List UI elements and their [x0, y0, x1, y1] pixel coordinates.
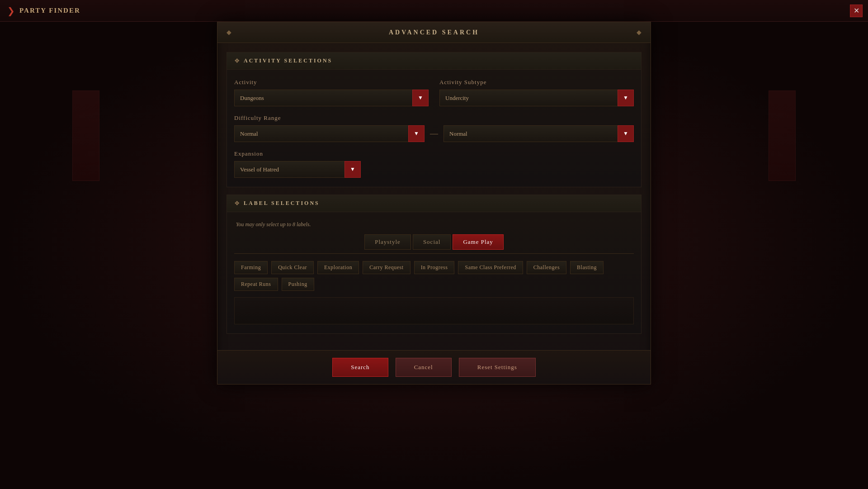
- side-decoration-left: [72, 90, 99, 181]
- difficulty-to-select[interactable]: Normal: [443, 125, 634, 142]
- expansion-select[interactable]: Vessel of Hatred: [234, 161, 361, 178]
- tab-playstyle[interactable]: Playstyle: [364, 234, 411, 250]
- tag-exploration[interactable]: Exploration: [317, 261, 359, 274]
- difficulty-from-select[interactable]: Normal: [234, 125, 425, 142]
- tag-carry-request[interactable]: Carry Request: [363, 261, 410, 274]
- activity-section-title: ACTIVITY SELECTIONS: [244, 57, 332, 64]
- subtype-label: Activity Subtype: [439, 79, 634, 86]
- title-bar-text: PARTY FINDER: [19, 7, 80, 14]
- activity-section-icon: ❖: [234, 57, 240, 65]
- tag-same-class-preferred[interactable]: Same Class Preferred: [458, 261, 523, 274]
- tag-farming[interactable]: Farming: [234, 261, 268, 274]
- tags-container: Farming Quick Clear Exploration Carry Re…: [234, 261, 634, 291]
- subtype-select[interactable]: Undercity: [439, 90, 634, 106]
- expansion-select-wrapper: Vessel of Hatred ▼: [234, 161, 361, 178]
- label-section-body: You may only select up to 8 labels. Play…: [227, 212, 641, 333]
- subtype-select-wrapper: Undercity ▼: [439, 90, 634, 106]
- arrow-icon: ❯: [7, 5, 15, 16]
- activity-section: ❖ ACTIVITY SELECTIONS Activity Dungeons …: [226, 52, 642, 187]
- activity-group: Activity Dungeons ▼: [234, 79, 429, 106]
- label-tab-bar: Playstyle Social Game Play: [234, 234, 634, 254]
- label-section-icon: ❖: [234, 199, 240, 207]
- diamond-right-icon: ◆: [637, 28, 642, 36]
- reset-settings-button[interactable]: Reset Settings: [459, 358, 536, 377]
- activity-select[interactable]: Dungeons: [234, 90, 429, 106]
- difficulty-label: Difficulty Range: [234, 114, 634, 122]
- subtype-group: Activity Subtype Undercity ▼: [439, 79, 634, 106]
- search-button[interactable]: Search: [332, 358, 388, 377]
- tag-pushing[interactable]: Pushing: [282, 278, 314, 291]
- label-section-title: LABEL SELECTIONS: [244, 200, 320, 207]
- tag-challenges[interactable]: Challenges: [527, 261, 566, 274]
- activity-select-wrapper: Dungeons ▼: [234, 90, 429, 106]
- difficulty-to-wrapper: Normal ▼: [443, 125, 634, 142]
- side-decoration-right: [769, 90, 796, 181]
- difficulty-from-wrapper: Normal ▼: [234, 125, 425, 142]
- tag-blasting[interactable]: Blasting: [570, 261, 604, 274]
- diamond-left-icon: ◆: [226, 28, 231, 36]
- activity-label: Activity: [234, 79, 429, 86]
- difficulty-dash: —: [430, 129, 438, 138]
- expansion-label: Expansion: [234, 150, 634, 157]
- tab-gameplay[interactable]: Game Play: [453, 234, 503, 250]
- modal-content: ❖ ACTIVITY SELECTIONS Activity Dungeons …: [217, 43, 651, 350]
- modal-container: ◆ ADVANCED SEARCH ◆ ❖ ACTIVITY SELECTION…: [217, 22, 651, 385]
- label-section: ❖ LABEL SELECTIONS You may only select u…: [226, 195, 642, 334]
- modal-header: ◆ ADVANCED SEARCH ◆: [217, 22, 651, 43]
- close-button[interactable]: ✕: [850, 5, 863, 17]
- expansion-group: Expansion Vessel of Hatred ▼: [234, 150, 634, 178]
- activity-section-body: Activity Dungeons ▼ Activity Subtype: [227, 70, 641, 187]
- tag-in-progress[interactable]: In Progress: [414, 261, 455, 274]
- cancel-button[interactable]: Cancel: [396, 358, 452, 377]
- label-section-header: ❖ LABEL SELECTIONS: [227, 195, 641, 212]
- activity-section-header: ❖ ACTIVITY SELECTIONS: [227, 52, 641, 70]
- tag-quick-clear[interactable]: Quick Clear: [271, 261, 314, 274]
- tab-social[interactable]: Social: [413, 234, 451, 250]
- modal-title: ADVANCED SEARCH: [389, 29, 479, 36]
- tag-repeat-runs[interactable]: Repeat Runs: [234, 278, 278, 291]
- selected-tags-area: [234, 297, 634, 324]
- difficulty-group: Difficulty Range Normal ▼ — Normal: [234, 114, 634, 142]
- difficulty-range-row: Normal ▼ — Normal ▼: [234, 125, 634, 142]
- title-bar: ❯ PARTY FINDER ✕: [0, 0, 868, 22]
- label-info-text: You may only select up to 8 labels.: [234, 221, 634, 228]
- modal-footer: Search Cancel Reset Settings: [217, 350, 651, 384]
- activity-subtype-row: Activity Dungeons ▼ Activity Subtype: [234, 79, 634, 106]
